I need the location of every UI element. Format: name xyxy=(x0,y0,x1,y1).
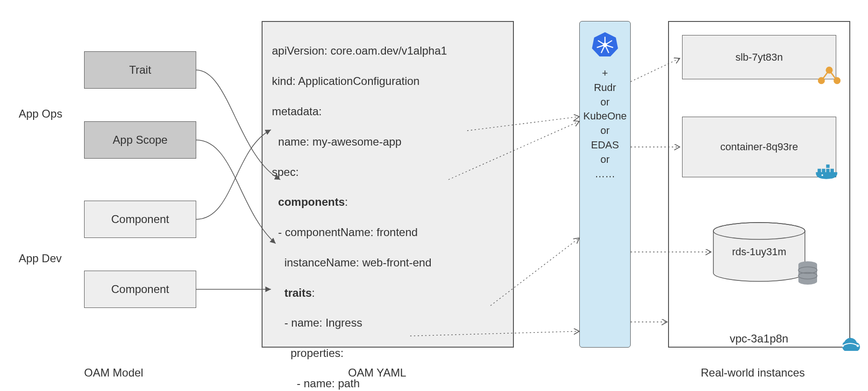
box-component-1: Component xyxy=(84,201,196,238)
instance-container: container-8q93re xyxy=(682,117,836,177)
yaml-line: - componentName: frontend xyxy=(272,225,504,240)
yaml-line: components: xyxy=(272,195,504,209)
yaml-line: metadata: xyxy=(272,104,504,119)
svg-rect-18 xyxy=(818,169,821,172)
box-component-1-label: Component xyxy=(111,213,169,226)
instance-vpc-label: vpc-3a1p8n xyxy=(730,332,788,345)
label-app-ops: App Ops xyxy=(19,107,62,120)
box-app-scope-label: App Scope xyxy=(113,133,167,147)
instance-rds-label: rds-1uy31m xyxy=(712,246,806,258)
kubernetes-icon xyxy=(591,31,619,58)
runtime-text: + Rudr or KubeOne or EDAS or …… xyxy=(583,66,627,181)
runtime-panel: + Rudr or KubeOne or EDAS or …… xyxy=(579,21,631,348)
yaml-line: instanceName: web-front-end xyxy=(272,255,504,270)
box-app-scope: App Scope xyxy=(84,121,196,159)
label-app-dev: App Dev xyxy=(19,252,62,265)
svg-point-19 xyxy=(821,175,823,176)
label-oam-yaml: OAM YAML xyxy=(348,366,406,379)
svg-rect-15 xyxy=(826,169,829,172)
svg-rect-17 xyxy=(826,165,829,168)
svg-rect-16 xyxy=(831,169,834,172)
box-component-2: Component xyxy=(84,271,196,308)
label-oam-model: OAM Model xyxy=(84,366,143,379)
loadbalancer-icon xyxy=(816,66,842,85)
box-component-2-label: Component xyxy=(111,283,169,296)
cloud-icon xyxy=(836,336,864,356)
svg-point-25 xyxy=(842,345,844,347)
yaml-line: name: my-awesome-app xyxy=(272,134,504,149)
label-real-world: Real-world instances xyxy=(701,366,805,379)
yaml-line: apiVersion: core.oam.dev/v1alpha1 xyxy=(272,43,504,58)
yaml-line: spec: xyxy=(272,165,504,180)
yaml-panel: apiVersion: core.oam.dev/v1alpha1 kind: … xyxy=(262,21,514,348)
svg-line-12 xyxy=(821,70,829,80)
instance-slb: slb-7yt83n xyxy=(682,35,836,79)
yaml-line: properties: xyxy=(272,346,504,361)
box-trait-label: Trait xyxy=(129,63,151,77)
box-trait: Trait xyxy=(84,51,196,89)
yaml-line: traits: xyxy=(272,286,504,300)
yaml-line: - name: Ingress xyxy=(272,315,504,330)
docker-icon xyxy=(813,161,843,183)
instance-slb-label: slb-7yt83n xyxy=(735,51,783,63)
svg-point-26 xyxy=(857,345,859,347)
instance-container-label: container-8q93re xyxy=(720,141,798,153)
instance-rds: rds-1uy31m xyxy=(712,222,806,278)
svg-rect-14 xyxy=(822,169,825,172)
database-icon xyxy=(797,261,819,286)
svg-line-13 xyxy=(829,70,837,80)
yaml-line: kind: ApplicationConfiguration xyxy=(272,74,504,89)
